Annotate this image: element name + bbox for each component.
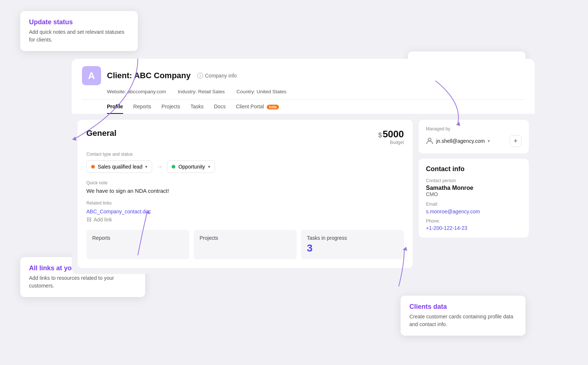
content-area: General $5000 Budget Contact type and st… (72, 114, 535, 274)
svg-point-0 (428, 138, 431, 141)
client-nav: Profile Reports Projects Tasks Docs Clie… (82, 100, 524, 114)
add-link-label: Add link (94, 217, 112, 223)
contact-person-title: CMO (426, 191, 521, 197)
status-dot-orange (91, 165, 95, 169)
managed-by-label: Managed by (426, 126, 521, 131)
right-sidebar: Managed by jn.shell@agency.com ▾ + Conta (419, 120, 529, 268)
general-card: General $5000 Budget Contact type and st… (78, 120, 413, 268)
status-to-dropdown[interactable]: Opportunity ▾ (167, 160, 215, 173)
client-name: Client: ABC Company (107, 71, 191, 80)
budget-display: $5000 Budget (378, 129, 404, 145)
link-icon: ⛓ (86, 217, 92, 223)
client-meta: Website: abccompany.com Industry: Retail… (82, 89, 524, 94)
avatar: A (82, 66, 101, 85)
general-title: General (86, 129, 116, 138)
contact-info-card: Contact info Contact person Samatha Monr… (419, 159, 529, 238)
client-website: Website: abccompany.com (107, 89, 166, 94)
mini-card-tasks[interactable]: Tasks in progress 3 (301, 230, 404, 259)
quick-note-label: Quick note (86, 180, 404, 185)
client-header: A Client: ABC Company i Company info Web… (72, 59, 535, 114)
manager-email: jn.shell@agency.com (436, 138, 485, 144)
status-to-label: Opportunity (178, 164, 205, 170)
tab-reports[interactable]: Reports (133, 100, 151, 114)
contact-email-label: Email: (426, 202, 521, 207)
mini-cards-row: Reports Projects Tasks in progress 3 (86, 230, 404, 259)
contact-phone-label: Phone: (426, 218, 521, 224)
tab-client-portal[interactable]: Client Portal beta (236, 100, 279, 114)
company-info-label: Company info (205, 73, 237, 79)
managed-by-card: Managed by jn.shell@agency.com ▾ + (419, 120, 529, 153)
client-country: Country: United States (236, 89, 286, 94)
main-container: A Client: ABC Company i Company info Web… (72, 59, 535, 274)
company-info-link[interactable]: i Company info (197, 73, 237, 79)
arrow-right-icon: → (157, 163, 162, 170)
add-link-button[interactable]: ⛓ Add link (86, 217, 404, 223)
tab-profile[interactable]: Profile (107, 100, 123, 114)
budget-symbol: $ (378, 131, 382, 139)
beta-badge: beta (267, 105, 279, 109)
tab-docs[interactable]: Docs (214, 100, 226, 114)
contact-person-name: Samatha Monroe (426, 185, 521, 191)
tooltip-clients-data-title: Clients data (409, 303, 517, 311)
manager-info: jn.shell@agency.com ▾ (426, 137, 490, 145)
contact-type-label: Contact type and status (86, 152, 404, 157)
mini-card-projects[interactable]: Projects (194, 230, 297, 259)
contact-email[interactable]: s.monroe@agency.com (426, 209, 480, 214)
status-row: Sales qualified lead ▾ → Opportunity ▾ (86, 160, 404, 173)
chevron-manager-icon: ▾ (488, 138, 490, 144)
general-header: General $5000 Budget (86, 129, 404, 145)
tooltip-links-desc: Add links to resources related to your c… (29, 274, 136, 290)
mini-card-reports[interactable]: Reports (86, 230, 189, 259)
related-link[interactable]: ABC_Company_contact.doc (86, 209, 404, 214)
tooltip-clients-data-desc: Create customer cards containing profile… (409, 313, 517, 328)
status-from-label: Sales qualified lead (98, 164, 142, 170)
contact-phone[interactable]: +1-200-122-14-23 (426, 225, 521, 231)
budget-amount: $5000 (378, 129, 404, 140)
quick-note-text: We have to sign an NDA contract! (86, 188, 404, 194)
client-header-top: A Client: ABC Company i Company info (82, 66, 524, 85)
tooltip-update-status-desc: Add quick notes and set relevant statuse… (29, 28, 129, 44)
budget-label: Budget (378, 140, 404, 145)
tasks-count: 3 (307, 242, 398, 254)
client-industry: Industry: Retail Sales (178, 89, 225, 94)
chevron-down-icon: ▾ (145, 164, 147, 169)
tooltip-update-status: Update status Add quick notes and set re… (20, 11, 138, 51)
contact-info-title: Contact info (426, 165, 521, 173)
tooltip-clients-data: Clients data Create customer cards conta… (401, 296, 526, 336)
tab-projects[interactable]: Projects (162, 100, 180, 114)
status-dot-green (172, 165, 175, 169)
tooltip-update-status-title: Update status (29, 18, 129, 26)
status-from-dropdown[interactable]: Sales qualified lead ▾ (86, 160, 152, 173)
person-icon (426, 137, 433, 145)
chevron-down-icon-2: ▾ (208, 164, 210, 169)
related-links-label: Related links (86, 200, 404, 206)
contact-person-label: Contact person (426, 178, 521, 183)
managed-by-row: jn.shell@agency.com ▾ + (426, 135, 521, 147)
tab-tasks[interactable]: Tasks (190, 100, 204, 114)
info-icon: i (197, 73, 203, 79)
add-manager-button[interactable]: + (510, 135, 521, 147)
